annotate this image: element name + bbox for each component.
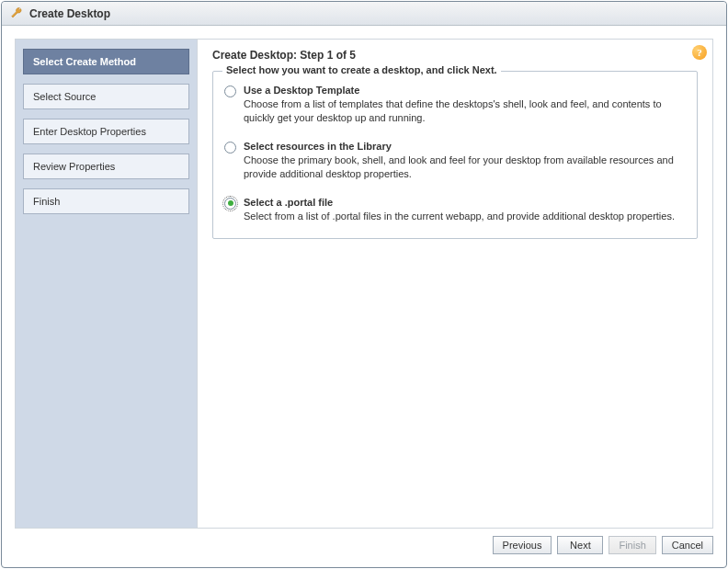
cancel-button[interactable]: Cancel (662, 536, 713, 554)
option-desc: Choose from a list of templates that def… (244, 97, 686, 126)
next-button[interactable]: Next (557, 536, 603, 554)
step-label: Review Properties (33, 161, 115, 172)
finish-button[interactable]: Finish (609, 536, 655, 554)
help-icon[interactable]: ? (692, 45, 707, 60)
fieldset-legend: Select how you want to create a desktop,… (222, 64, 501, 75)
page-title: Create Desktop: Step 1 of 5 (212, 49, 698, 62)
step-label: Enter Desktop Properties (33, 126, 146, 137)
option-desc: Select from a list of .portal files in t… (244, 210, 686, 223)
step-select-source[interactable]: Select Source (23, 84, 189, 109)
option-title: Select resources in the Library (244, 141, 686, 152)
radio-portal-file[interactable] (224, 198, 236, 210)
window-title: Create Desktop (29, 7, 110, 20)
button-bar: Previous Next Finish Cancel (15, 529, 713, 554)
titlebar: Create Desktop (2, 2, 726, 26)
dialog-body: Select Create Method Select Source Enter… (2, 26, 726, 567)
option-body: Use a Desktop Template Choose from a lis… (244, 85, 686, 126)
step-label: Finish (33, 196, 60, 207)
wizard-content: ? Create Desktop: Step 1 of 5 Select how… (198, 40, 712, 528)
step-enter-desktop-properties[interactable]: Enter Desktop Properties (23, 119, 189, 144)
option-desktop-template[interactable]: Use a Desktop Template Choose from a lis… (224, 85, 686, 126)
option-title: Select a .portal file (244, 197, 686, 208)
options-fieldset: Select how you want to create a desktop,… (212, 71, 698, 239)
option-body: Select resources in the Library Choose t… (244, 141, 686, 182)
step-finish[interactable]: Finish (23, 188, 189, 214)
radio-library-resources[interactable] (224, 142, 236, 154)
step-label: Select Create Method (33, 56, 136, 67)
option-body: Select a .portal file Select from a list… (244, 197, 686, 223)
wizard-sidebar: Select Create Method Select Source Enter… (16, 40, 198, 528)
main-area: Select Create Method Select Source Enter… (15, 39, 713, 529)
option-portal-file[interactable]: Select a .portal file Select from a list… (224, 197, 686, 223)
step-label: Select Source (33, 91, 96, 102)
step-review-properties[interactable]: Review Properties (23, 154, 189, 179)
option-desc: Choose the primary book, shell, and look… (244, 154, 686, 182)
step-select-create-method[interactable]: Select Create Method (23, 49, 189, 74)
radio-desktop-template[interactable] (224, 85, 236, 97)
previous-button[interactable]: Previous (493, 536, 552, 554)
dialog-window: Create Desktop Select Create Method Sele… (1, 1, 727, 568)
option-title: Use a Desktop Template (244, 85, 686, 96)
wrench-icon (9, 6, 24, 21)
option-library-resources[interactable]: Select resources in the Library Choose t… (224, 141, 686, 182)
